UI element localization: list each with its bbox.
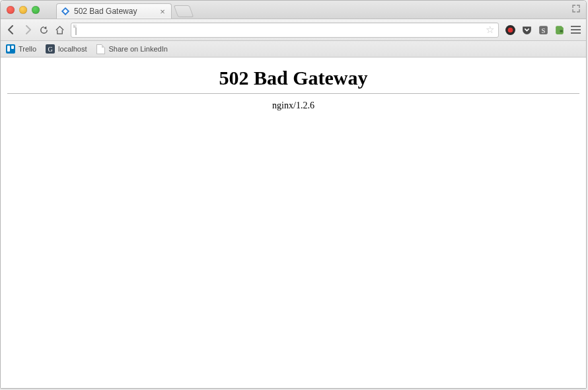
close-window-button[interactable] [7, 6, 15, 14]
svg-text:S: S [542, 26, 546, 34]
new-tab-button[interactable] [174, 5, 194, 17]
browser-tab[interactable]: 502 Bad Gateway × [56, 3, 172, 19]
chrome-menu-button[interactable] [571, 26, 581, 34]
bookmarks-bar: Trello G localhost Share on LinkedIn [1, 41, 586, 58]
zoom-window-button[interactable] [32, 6, 40, 14]
error-heading: 502 Bad Gateway [1, 67, 586, 89]
extension-icon-pocket[interactable] [521, 24, 533, 36]
reload-button[interactable] [39, 25, 49, 35]
titlebar: 502 Bad Gateway × [1, 1, 586, 19]
svg-rect-7 [560, 30, 563, 32]
browser-window: 502 Bad Gateway × ☆ [0, 0, 587, 389]
trello-icon [6, 44, 15, 54]
close-tab-button[interactable]: × [158, 7, 167, 16]
svg-rect-9 [7, 46, 10, 52]
page-icon [75, 25, 85, 34]
bookmark-share-linkedin[interactable]: Share on LinkedIn [96, 44, 168, 54]
fullscreen-button[interactable] [572, 5, 580, 15]
extension-icons: S [505, 24, 581, 36]
localhost-icon: G [46, 44, 55, 54]
home-button[interactable] [55, 25, 65, 35]
bookmark-localhost[interactable]: G localhost [46, 44, 87, 54]
bookmark-star-icon[interactable]: ☆ [486, 24, 494, 36]
extension-icon-evernote[interactable] [554, 24, 566, 36]
window-controls [7, 6, 40, 14]
forward-button[interactable] [22, 24, 33, 35]
bookmark-label: localhost [58, 45, 87, 53]
tab-title: 502 Bad Gateway [74, 7, 137, 16]
page-content: 502 Bad Gateway nginx/1.2.6 [1, 58, 586, 388]
navigation-toolbar: ☆ S [1, 19, 586, 41]
svg-text:G: G [48, 46, 52, 53]
extension-icon-adblock[interactable] [505, 24, 516, 36]
bookmark-trello[interactable]: Trello [6, 44, 36, 54]
address-bar[interactable]: ☆ [71, 22, 499, 38]
svg-rect-10 [11, 46, 14, 49]
url-input[interactable] [89, 25, 486, 34]
bookmark-label: Share on LinkedIn [109, 45, 168, 53]
back-button[interactable] [6, 24, 17, 35]
svg-marker-2 [44, 26, 46, 29]
svg-point-4 [508, 27, 513, 32]
bookmark-label: Trello [18, 45, 36, 53]
minimize-window-button[interactable] [19, 6, 27, 14]
file-icon [96, 44, 106, 54]
divider [7, 93, 579, 94]
server-signature: nginx/1.2.6 [1, 100, 586, 111]
tab-favicon [61, 7, 70, 16]
tab-strip: 502 Bad Gateway × [56, 1, 192, 19]
extension-icon-script[interactable]: S [538, 24, 549, 36]
